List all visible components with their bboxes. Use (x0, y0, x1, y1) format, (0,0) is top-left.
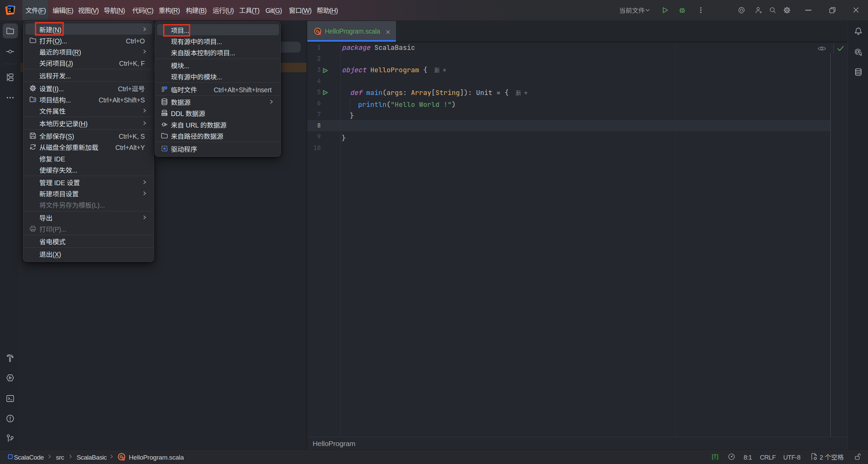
svg-text:DDL: DDL (162, 113, 166, 116)
